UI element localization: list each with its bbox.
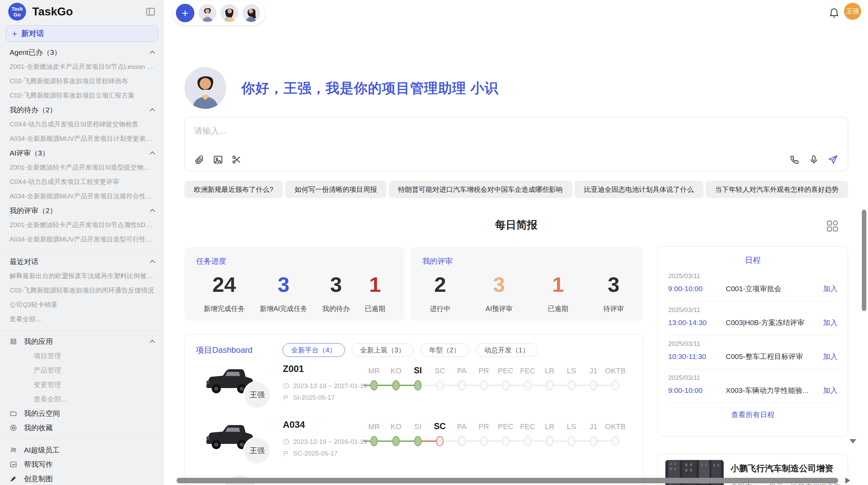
milestone-node[interactable] [392,436,400,446]
recent-chat-item[interactable]: 公司Q3轻卡销量 [10,298,57,312]
section-ai-review[interactable]: AI评审（3） [0,146,164,160]
list-item[interactable]: Z001-全新燃油轻卡产品开发项目SI节点属性5D文件评审 [10,218,154,232]
member-avatar[interactable] [242,4,260,22]
view-all-chats-link[interactable]: 查看全部... [10,312,41,326]
milestone-node[interactable] [392,380,400,390]
milestone-node[interactable] [546,436,553,446]
stat-ai-prereview: 3 AI预评审 [485,273,513,313]
milestone-node[interactable] [590,436,597,446]
filter-new-platform[interactable]: 全新平台（4） [282,343,345,357]
chevron-up-icon[interactable] [150,209,155,214]
milestone-node[interactable] [480,380,487,390]
milestone-node[interactable] [458,380,466,390]
chevron-up-icon[interactable] [150,339,155,345]
list-item[interactable]: A034-全新新能源MUV产品开发项目造型可行性评审 [10,232,154,247]
milestone-node[interactable] [612,380,619,390]
notification-bell-icon[interactable] [828,7,840,18]
section-recent-chats[interactable]: 最近对话 [0,254,164,269]
vertical-scrollbar[interactable] [862,210,866,311]
project-owner-badge: 王强 [243,437,271,465]
filter-powertrain[interactable]: 动总开发（1） [476,343,538,357]
milestone-node[interactable] [436,436,444,446]
milestone-node[interactable] [480,436,487,446]
milestone-node[interactable] [458,436,466,446]
suggestion-chip[interactable]: 比亚迪全固态电池计划具体说了什么 [575,181,703,198]
section-my-apps[interactable]: 我的应用 [0,334,164,349]
app-item-project-mgmt[interactable]: 项目管理 [10,349,61,363]
milestone-node[interactable] [568,436,575,446]
scroll-right-arrow-icon[interactable] [845,477,850,484]
project-owner-badge: 王强 [243,381,271,409]
list-item[interactable]: Z001-全新燃油轻卡产品开发项目SI造型提交物评审 [10,160,154,175]
microphone-icon[interactable] [809,154,819,165]
view-all-apps-link[interactable]: 查看全部... [10,392,67,406]
milestone-node[interactable] [502,436,509,446]
user-avatar[interactable]: 王强 [844,3,861,20]
filter-new-body[interactable]: 全新上装（3） [352,343,414,357]
section-agent-done[interactable]: Agent已办（3） [0,45,164,60]
join-button[interactable]: 加入 [823,352,837,361]
sidebar-item-creative-draw[interactable]: 创意制图 [0,472,164,485]
chevron-up-icon[interactable] [150,50,155,56]
horizontal-scrollbar[interactable] [177,478,838,483]
milestone-node[interactable] [436,380,444,390]
image-icon[interactable] [213,154,223,165]
milestone-node[interactable] [370,380,378,390]
list-item[interactable]: C02-飞腾新能源轻客改款项目立项汇报方案 [10,88,134,103]
collapse-sidebar-icon[interactable] [145,7,156,17]
join-button[interactable]: 加入 [823,284,837,294]
chevron-up-icon[interactable] [150,108,155,113]
milestone-node[interactable] [414,380,422,390]
recent-chat-item[interactable]: C02-飞腾新能源轻客改款项目的闭环通告反馈情况 [10,283,154,298]
suggestion-chip[interactable]: 欧洲新规最近颁布了什么? [184,181,283,198]
attachment-icon[interactable] [194,154,205,165]
sidebar-item-cloud-space[interactable]: 我的云空间 [0,406,164,421]
list-item[interactable]: A034-全新新能源MUV产品开发项目法规符合性评审 [10,189,154,203]
list-item[interactable]: C0X4-动力总成开发项目工程变更评审 [10,175,119,189]
stat-my-todo: 3 我的待办 [322,273,350,313]
milestone-node[interactable] [414,436,422,446]
view-all-schedule-link[interactable]: 查看所有日程 [668,410,837,420]
send-icon[interactable] [828,154,838,165]
chat-input[interactable] [194,126,838,136]
milestone-node[interactable] [612,436,619,446]
project-row[interactable]: 王强 Z001 2023-12-19 ~ 2027-01-19 SI-2025-… [185,362,643,415]
milestone-node[interactable] [590,380,597,390]
list-item[interactable]: C02-飞腾新能源轻客改款项目里程碑画布 [10,74,128,88]
list-item[interactable]: C0X4-动力总成开发项目SI里程碑提交物检查 [10,117,138,132]
scissors-icon[interactable] [231,154,242,165]
milestone-node[interactable] [370,436,378,446]
sidebar-item-ai-staff[interactable]: AI超级员工 [0,443,164,457]
chevron-up-icon[interactable] [150,151,155,157]
recent-chat-item[interactable]: 解释最新出台的欧盟报废车法规再生塑料比例被调至15%... [10,269,154,283]
layout-grid-icon[interactable] [825,219,840,234]
suggestion-chip[interactable]: 如何写一份清晰的项目周报 [285,181,386,198]
join-button[interactable]: 加入 [823,318,837,327]
member-avatar[interactable] [198,4,216,22]
join-button[interactable]: 加入 [823,386,837,395]
phone-icon[interactable] [789,154,800,165]
milestone-node[interactable] [546,380,553,390]
new-chat-button[interactable]: + 新对话 [5,25,158,42]
sidebar-item-favorites[interactable]: 我的收藏 [0,421,164,435]
app-item-product-mgmt[interactable]: 产品管理 [10,363,61,377]
add-member-button[interactable]: + [176,4,194,22]
list-item[interactable]: A034-全新新能源MUV产品开发项目计划变更表编写 [10,132,154,146]
list-item[interactable]: Z001-全新燃油皮卡产品开发项目SI节点Lesson Learn报告 [10,60,154,74]
milestone-node[interactable] [524,436,531,446]
milestone-node[interactable] [568,380,575,390]
suggestion-chip[interactable]: 当下年轻人对汽车外观有怎样的喜好趋势 [706,181,848,198]
suggestion-chips: 欧洲新规最近颁布了什么? 如何写一份清晰的项目周报 特朗普可能对进口汽车增税会对… [184,181,848,198]
milestone-node[interactable] [524,380,531,390]
section-my-todo[interactable]: 我的待办（2） [0,103,164,117]
chevron-up-icon[interactable] [150,260,155,265]
milestone-node[interactable] [502,380,509,390]
filter-model-year[interactable]: 年型（2） [421,343,469,357]
sidebar-item-help-write[interactable]: 帮我写作 [0,457,164,472]
project-row[interactable]: 王强 A034 2023-12-19 ~ 2026-01-19 SC-2025-… [185,418,643,471]
scroll-down-arrow-icon[interactable] [849,439,856,444]
suggestion-chip[interactable]: 特朗普可能对进口汽车增税会对中国车企造成哪些影响 [389,181,572,198]
member-avatar[interactable] [220,4,238,22]
app-item-change-mgmt[interactable]: 变更管理 [10,377,61,392]
section-my-review[interactable]: 我的评审（2） [0,203,164,218]
